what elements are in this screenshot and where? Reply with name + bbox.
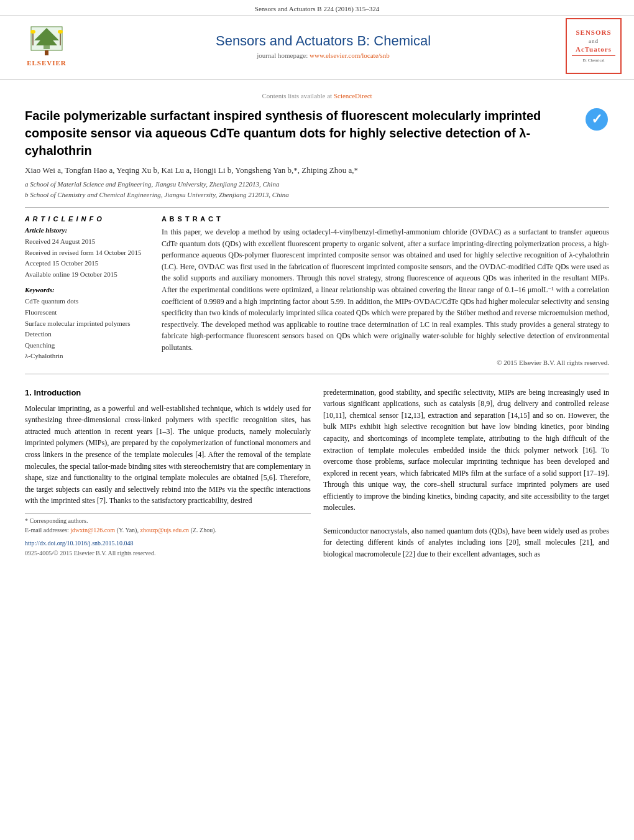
keyword-1: CdTe quantum dots [25,296,149,307]
svg-point-5 [30,30,35,34]
sensors-logo-subtext: B: Chemical [582,58,604,63]
available-date: Available online 19 October 2015 [25,269,149,280]
svg-rect-6 [60,32,61,45]
intro-heading: 1. Introduction [25,387,311,399]
received-revised-date: Received in revised form 14 October 2015 [25,247,149,259]
footnote-section: * Corresponding authors. E-mail addresse… [25,513,311,535]
svg-rect-8 [44,43,50,49]
intro-col1-text: Molecular imprinting, as a powerful and … [25,403,311,507]
email1-link[interactable]: jdwxtn@126.com [70,527,115,533]
elsevier-logo: ELSEVIER [12,25,81,67]
elsevier-brand-text: ELSEVIER [27,59,67,67]
affiliation-a: a School of Material Science and Enginee… [25,179,609,190]
journal-title-block: Sensors and Actuators B: Chemical journa… [81,33,566,59]
journal-homepage: journal homepage: www.elsevier.com/locat… [81,52,566,59]
accepted-date: Accepted 15 October 2015 [25,258,149,269]
divider-1 [25,207,609,208]
body-column-left: 1. Introduction Molecular imprinting, as… [25,387,311,560]
abstract-label: A B S T R A C T [162,215,609,223]
crossmark-icon: ✓ [584,107,609,132]
article-info-label: A R T I C L E I N F O [25,215,149,223]
title-section: Facile polymerizable surfactant inspired… [25,107,609,159]
journal-header: ELSEVIER Sensors and Actuators B: Chemic… [0,15,634,80]
elsevier-tree-icon [25,25,68,58]
svg-rect-4 [32,32,34,45]
journal-name: Sensors and Actuators B: Chemical [81,33,566,49]
svg-point-7 [58,30,63,34]
history-label: Article history: [25,226,149,234]
citation-text: Sensors and Actuators B 224 (2016) 315–3… [255,5,379,12]
intro-col2-text: predetermination, good stability, and sp… [323,387,609,514]
doi-line: http://dx.doi.org/10.1016/j.snb.2015.10.… [25,538,311,548]
article-body: A R T I C L E I N F O Article history: R… [25,215,609,366]
keywords-label: Keywords: [25,286,149,293]
corresponding-label: * Corresponding authors. [25,516,311,525]
homepage-label: journal homepage: [257,52,308,59]
sciencedirect-link[interactable]: ScienceDirect [334,92,372,99]
contents-available-text: Contents lists available at [262,92,332,99]
authors-line: Xiao Wei a, Tongfan Hao a, Yeqing Xu b, … [25,165,609,175]
homepage-link[interactable]: www.elsevier.com/locate/snb [310,52,390,59]
contents-line: Contents lists available at ScienceDirec… [25,92,609,99]
email-line: E-mail addresses: jdwxtn@126.com (Y. Yan… [25,525,311,535]
email2-link[interactable]: zhouzp@ujs.edu.cn [140,527,189,533]
copyright-line: © 2015 Elsevier B.V. All rights reserved… [162,359,609,366]
keyword-5: Quenching [25,340,149,351]
citation-bar: Sensors and Actuators B 224 (2016) 315–3… [0,0,634,15]
article-content: Contents lists available at ScienceDirec… [0,80,634,572]
affiliation-b: b School of Chemistry and Chemical Engin… [25,190,609,200]
svg-rect-1 [45,50,48,55]
page: Sensors and Actuators B 224 (2016) 315–3… [0,0,634,572]
keyword-4: Detection [25,329,149,340]
body-column-right: predetermination, good stability, and sp… [323,387,609,560]
affiliations: a School of Material Science and Enginee… [25,179,609,200]
email-label: E-mail addresses: [25,527,69,533]
keyword-3: Surface molecular imprinted polymers [25,318,149,330]
keyword-2: Fluorescent [25,307,149,318]
sensors-logo-text1: SENSORSandAcTuators [576,29,612,53]
sensors-logo-box: SENSORSandAcTuators B: Chemical [566,18,622,74]
issn-line: 0925-4005/© 2015 Elsevier B.V. All right… [25,548,311,558]
abstract-section: A B S T R A C T In this paper, we develo… [162,215,609,366]
article-title: Facile polymerizable surfactant inspired… [25,107,578,159]
abstract-text: In this paper, we develop a method by us… [162,226,609,354]
doi-link[interactable]: http://dx.doi.org/10.1016/j.snb.2015.10.… [25,540,134,547]
intro-col2-text-2: Semiconductor nanocrystals, also named q… [323,525,609,560]
divider-2 [25,374,609,374]
article-info-column: A R T I C L E I N F O Article history: R… [25,215,149,366]
svg-text:✓: ✓ [591,111,602,127]
received-date: Received 24 August 2015 [25,236,149,247]
main-body: 1. Introduction Molecular imprinting, as… [25,387,609,560]
keyword-6: λ-Cyhalothrin [25,351,149,362]
